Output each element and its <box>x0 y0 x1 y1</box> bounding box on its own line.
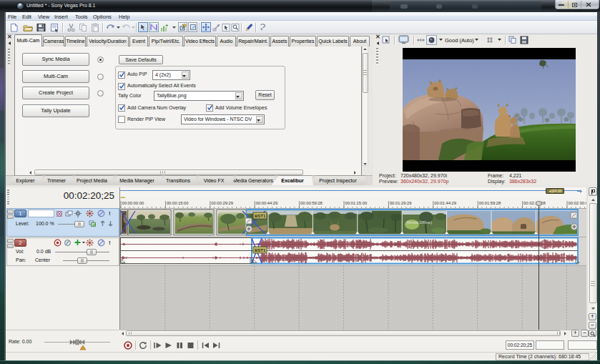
svg-text:00:00:59:28: 00:00:59:28 <box>300 201 323 205</box>
svg-text:00:01:44:29: 00:01:44:29 <box>434 201 456 205</box>
svg-text:00:00:44:29: 00:00:44:29 <box>256 201 278 205</box>
svg-text:BST1: BST1 <box>255 248 266 252</box>
svg-text:00:01:15:00: 00:01:15:00 <box>345 201 368 205</box>
svg-text:00:00:29:29: 00:00:29:29 <box>211 201 233 205</box>
svg-text:00:02:30:00: 00:02:30:00 <box>569 201 587 205</box>
svg-text:BST1: BST1 <box>255 214 266 218</box>
svg-text:00:00:00:00: 00:00:00:00 <box>122 201 144 205</box>
svg-text:00:01:59:28: 00:01:59:28 <box>479 201 501 205</box>
svg-text:00:02:14:28: 00:02:14:28 <box>523 201 546 205</box>
svg-text:00:01:29:29: 00:01:29:29 <box>390 201 412 205</box>
svg-text:(Media Offline): (Media Offline) <box>406 220 432 225</box>
svg-text:00:00:15:00: 00:00:15:00 <box>167 201 189 205</box>
